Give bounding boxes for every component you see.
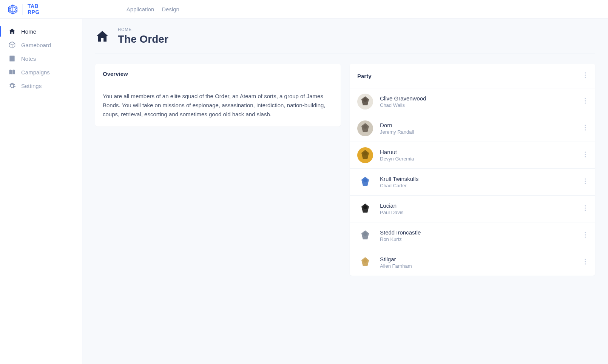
avatar [357, 228, 373, 244]
sidebar-item-label: Home [21, 28, 36, 35]
svg-point-27 [585, 234, 586, 236]
svg-point-29 [363, 259, 367, 263]
more-icon[interactable] [583, 71, 588, 81]
more-icon[interactable] [583, 204, 588, 214]
svg-point-32 [585, 264, 586, 265]
page-title: The Order [118, 33, 168, 45]
svg-point-2 [585, 72, 586, 74]
party-item[interactable]: Dorn Jeremy Randall [350, 115, 595, 142]
d20-icon [8, 4, 18, 15]
topnav-application[interactable]: Application [127, 6, 154, 12]
breadcrumb[interactable]: HOME [118, 27, 168, 32]
svg-point-21 [363, 205, 367, 209]
topbar: TAB RPG Application Design [0, 0, 608, 19]
sidebar-item-notes[interactable]: Notes [0, 52, 82, 65]
sidebar-item-settings[interactable]: Settings [0, 79, 82, 93]
party-member-name: Dorn [380, 122, 576, 128]
avatar [357, 201, 373, 217]
sidebar: Home Gameboard Notes Campaigns Settings [0, 19, 82, 364]
note-icon [8, 55, 16, 62]
party-list: Clive Gravenwood Chad Walls Dorn Jeremy … [350, 88, 595, 276]
sidebar-item-label: Gameboard [21, 42, 51, 48]
svg-point-22 [585, 205, 586, 207]
page-header: HOME The Order [95, 27, 595, 54]
main-content: HOME The Order Overview You are all memb… [82, 19, 608, 364]
gear-icon [8, 82, 16, 89]
svg-point-3 [585, 75, 586, 76]
sidebar-item-campaigns[interactable]: Campaigns [0, 65, 82, 79]
more-icon[interactable] [583, 150, 588, 160]
brand-text: TAB RPG [28, 3, 40, 15]
logo-separator [23, 4, 23, 15]
home-icon [8, 28, 16, 35]
svg-point-5 [363, 98, 367, 102]
svg-point-7 [585, 100, 586, 102]
avatar [357, 120, 373, 136]
svg-point-13 [363, 152, 367, 156]
party-item[interactable]: Stedd Ironcastle Ron Kurtz [350, 222, 595, 249]
sidebar-item-gameboard[interactable]: Gameboard [0, 38, 82, 52]
top-nav: Application Design [127, 6, 179, 12]
svg-point-12 [585, 130, 586, 131]
svg-point-8 [585, 103, 586, 104]
party-info: Dorn Jeremy Randall [380, 122, 576, 135]
party-member-name: Stedd Ironcastle [380, 229, 576, 236]
more-icon[interactable] [583, 96, 588, 107]
sidebar-item-home[interactable]: Home [0, 25, 82, 38]
sidebar-item-label: Campaigns [21, 69, 50, 76]
svg-point-31 [585, 261, 586, 262]
svg-point-19 [585, 181, 586, 182]
svg-point-9 [363, 125, 367, 129]
svg-point-16 [585, 156, 586, 157]
party-info: Krull Twinskulls Chad Carter [380, 176, 576, 188]
overview-card-header: Overview [95, 64, 341, 84]
party-info: Clive Gravenwood Chad Walls [380, 95, 576, 108]
party-info: Haruut Devyn Geremia [380, 149, 576, 162]
svg-point-24 [585, 210, 586, 211]
avatar [357, 254, 373, 270]
more-icon[interactable] [583, 177, 588, 187]
party-member-player: Allen Farnham [380, 263, 576, 269]
svg-point-25 [363, 232, 367, 236]
svg-point-10 [585, 125, 586, 126]
svg-point-26 [585, 232, 586, 233]
svg-point-18 [585, 179, 586, 180]
more-icon[interactable] [583, 123, 588, 134]
svg-point-20 [585, 183, 586, 184]
party-member-name: Haruut [380, 149, 576, 155]
avatar [357, 174, 373, 190]
svg-point-15 [585, 154, 586, 155]
brand-logo[interactable]: TAB RPG [8, 3, 40, 15]
party-item[interactable]: Lucian Paul Davis [350, 196, 595, 222]
svg-point-28 [585, 237, 586, 238]
more-icon[interactable] [583, 257, 588, 268]
svg-point-23 [585, 208, 586, 209]
party-member-name: Lucian [380, 202, 576, 209]
brand-line2: RPG [28, 9, 40, 15]
party-title: Party [357, 73, 372, 79]
overview-card: Overview You are all members of an elite… [95, 64, 341, 126]
brand-line1: TAB [28, 3, 40, 9]
avatar [357, 94, 373, 110]
party-item[interactable]: Stilgar Allen Farnham [350, 249, 595, 276]
home-icon [95, 29, 110, 43]
svg-point-14 [585, 152, 586, 153]
topnav-design[interactable]: Design [162, 6, 179, 12]
party-item[interactable]: Haruut Devyn Geremia [350, 142, 595, 169]
party-card-header: Party [350, 64, 595, 88]
avatar [357, 147, 373, 163]
more-icon[interactable] [583, 230, 588, 241]
sidebar-item-label: Notes [21, 56, 36, 62]
party-info: Stilgar Allen Farnham [380, 256, 576, 269]
party-member-name: Clive Gravenwood [380, 95, 576, 102]
overview-title: Overview [103, 71, 128, 77]
party-info: Stedd Ironcastle Ron Kurtz [380, 229, 576, 242]
svg-point-11 [585, 127, 586, 128]
party-item[interactable]: Krull Twinskulls Chad Carter [350, 169, 595, 196]
party-member-player: Chad Walls [380, 102, 576, 108]
svg-point-30 [585, 259, 586, 260]
svg-point-6 [585, 98, 586, 99]
party-item[interactable]: Clive Gravenwood Chad Walls [350, 88, 595, 115]
party-member-name: Stilgar [380, 256, 576, 262]
svg-point-17 [363, 179, 367, 182]
